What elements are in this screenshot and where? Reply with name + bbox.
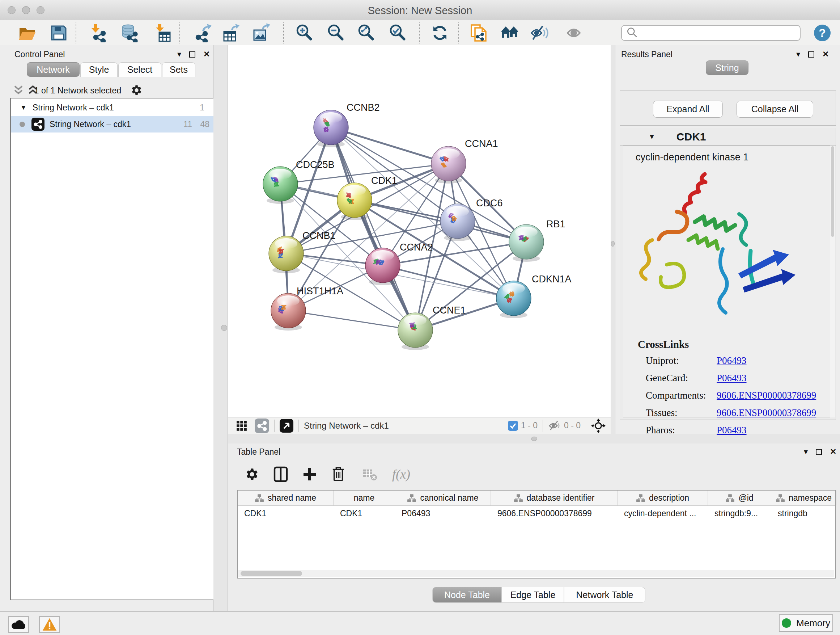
search-input[interactable] — [641, 28, 797, 38]
delete-column-icon[interactable] — [332, 466, 345, 483]
network-node-RB1[interactable]: RB1 — [509, 219, 565, 262]
expand-all-button[interactable]: Expand All — [653, 101, 723, 118]
add-column-icon[interactable] — [302, 467, 317, 481]
tab-style[interactable]: Style — [80, 62, 118, 77]
tab-string[interactable]: String — [706, 60, 748, 75]
network-node-CCNB1[interactable]: CCNB1 — [269, 230, 336, 273]
zoom-selected-icon[interactable] — [388, 24, 407, 42]
crosslink-value-link[interactable]: 9606.ENSP00000378699 — [717, 407, 816, 418]
table-cell[interactable]: CDK1 — [333, 506, 395, 521]
network-canvas[interactable]: CCNB2CCNA1CDC25BCDK1CDC6RB1CCNB1CCNA2CDK… — [228, 45, 611, 417]
show-columns-icon[interactable] — [273, 466, 288, 482]
network-row-selected[interactable]: String Network – cdk1 11 48 — [11, 116, 215, 133]
panel-undock-icon[interactable] — [808, 51, 814, 57]
column-header-namespace[interactable]: namespace — [771, 491, 836, 505]
vertical-splitter-right[interactable] — [611, 45, 615, 434]
zoom-in-icon[interactable] — [295, 24, 314, 42]
protein-collapse-icon[interactable]: ▼ — [648, 133, 655, 141]
import-table-file-icon[interactable] — [153, 24, 172, 42]
collapse-all-button[interactable]: Collapse All — [737, 101, 813, 118]
apply-layout-icon[interactable] — [431, 24, 449, 42]
panel-undock-icon[interactable] — [816, 449, 822, 455]
open-session-icon[interactable] — [18, 24, 36, 42]
crosslink-value-link[interactable]: P06493 — [717, 372, 747, 384]
help-icon[interactable]: ? — [813, 24, 832, 42]
export-image-icon[interactable] — [252, 24, 271, 42]
table-options-gear-icon[interactable] — [244, 467, 259, 482]
crosslink-value-link[interactable]: P06493 — [717, 355, 747, 366]
cloud-status-button[interactable] — [8, 616, 29, 633]
delete-table-icon-disabled[interactable] — [363, 467, 378, 481]
table-cell[interactable]: CDK1 — [238, 506, 333, 521]
column-header-shared-name[interactable]: shared name — [238, 491, 333, 505]
memory-button[interactable]: Memory — [779, 614, 833, 632]
function-builder-icon-disabled[interactable]: f(x) — [392, 467, 410, 482]
table-horizontal-scrollbar[interactable] — [238, 570, 834, 577]
protein-header-row[interactable]: ▼ CDK1 — [620, 128, 836, 146]
hide-selected-icon[interactable] — [531, 24, 549, 42]
column-header-canonical-name[interactable]: canonical name — [395, 491, 491, 505]
node-label: CCNE1 — [433, 305, 466, 316]
collection-expand-icon[interactable]: ▼ — [20, 104, 27, 111]
tab-edge-table[interactable]: Edge Table — [502, 587, 564, 603]
import-network-file-icon[interactable] — [89, 24, 108, 42]
hidden-eye-icon[interactable] — [548, 419, 561, 432]
splitter-grip[interactable] — [531, 437, 537, 441]
birdseye-navigator-icon[interactable] — [591, 418, 606, 433]
network-node-CDKN1A[interactable]: CDKN1A — [496, 274, 572, 318]
table-cell[interactable]: 9606.ENSP00000378699 — [491, 506, 617, 521]
tab-select[interactable]: Select — [118, 62, 161, 77]
network-share-toggle-icon[interactable] — [255, 418, 269, 433]
zoom-fit-icon[interactable] — [357, 24, 376, 42]
scrollbar-thumb[interactable] — [240, 571, 302, 576]
panel-float-menu-icon[interactable]: ▾ — [177, 50, 181, 58]
crosslink-value-link[interactable]: P06493 — [717, 424, 747, 436]
save-session-icon[interactable] — [49, 24, 68, 42]
splitter-grip[interactable] — [221, 325, 227, 331]
export-network-icon[interactable] — [194, 24, 212, 42]
show-all-hidden-icon[interactable] — [566, 24, 584, 42]
splitter-grip[interactable] — [611, 241, 615, 247]
column-header-database-identifier[interactable]: database identifier — [491, 491, 617, 505]
selected-checkbox-icon[interactable] — [508, 421, 518, 431]
table-panel: Table Panel ▾ ✕ f(x) shared namenamecano… — [228, 443, 840, 611]
network-node-HIST1H1A[interactable]: HIST1H1A — [271, 286, 343, 331]
network-node-CDC6[interactable]: CDC6 — [440, 198, 503, 241]
first-neighbors-icon[interactable] — [501, 24, 519, 42]
column-header--id[interactable]: @id — [708, 491, 771, 505]
tab-node-table[interactable]: Node Table — [432, 587, 502, 603]
panel-close-icon[interactable]: ✕ — [203, 50, 210, 58]
tab-sets[interactable]: Sets — [162, 62, 195, 77]
panel-undock-icon[interactable] — [189, 51, 195, 57]
table-cell[interactable]: cyclin-dependent ... — [617, 506, 708, 521]
table-cell[interactable]: P06493 — [395, 506, 491, 521]
panel-close-icon[interactable]: ✕ — [830, 448, 836, 456]
table-row[interactable]: CDK1CDK1P064939606.ENSP00000378699cyclin… — [238, 506, 835, 521]
grid-view-icon[interactable] — [236, 420, 248, 432]
create-network-from-selection-icon[interactable] — [469, 24, 488, 42]
open-in-new-window-icon[interactable] — [279, 419, 294, 432]
column-header-description[interactable]: description — [617, 491, 708, 505]
network-node-CCNA1[interactable]: CCNA1 — [431, 138, 498, 184]
panel-float-menu-icon[interactable]: ▾ — [796, 50, 800, 58]
search-box[interactable] — [621, 25, 801, 41]
panel-close-icon[interactable]: ✕ — [822, 50, 829, 58]
table-cell[interactable]: stringdb — [771, 506, 836, 521]
network-edges[interactable] — [280, 127, 526, 330]
tab-network[interactable]: Network — [27, 62, 80, 77]
results-scrollbar-thumb[interactable] — [831, 146, 834, 237]
network-node-CCNB2[interactable]: CCNB2 — [314, 102, 380, 147]
results-scrollbar[interactable] — [830, 146, 835, 417]
tab-network-table[interactable]: Network Table — [564, 587, 645, 603]
zoom-out-icon[interactable] — [326, 24, 345, 42]
table-cell[interactable]: stringdb:9... — [708, 506, 771, 521]
column-header-name[interactable]: name — [333, 491, 395, 505]
panel-float-menu-icon[interactable]: ▾ — [804, 448, 808, 456]
crosslink-value-link[interactable]: 9606.ENSP00000378699 — [717, 390, 816, 401]
import-network-database-icon[interactable] — [120, 24, 139, 42]
warnings-button[interactable] — [39, 616, 60, 633]
vertical-splitter-left[interactable] — [213, 45, 228, 611]
network-collection-row[interactable]: ▼ String Network – cdk1 1 — [11, 99, 215, 116]
network-options-gear-icon[interactable] — [129, 84, 142, 98]
export-table-icon[interactable] — [222, 24, 240, 42]
